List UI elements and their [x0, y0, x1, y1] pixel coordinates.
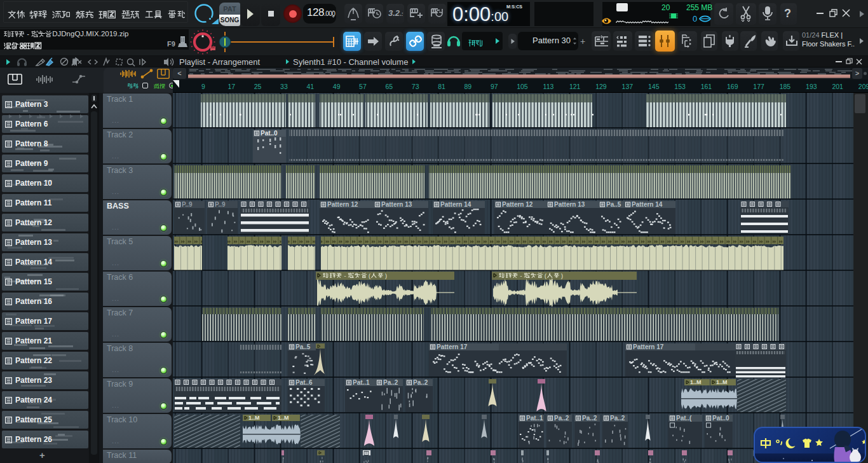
svg-text:1..M: 1..M — [690, 379, 702, 385]
svg-text:Pa..2: Pa..2 — [383, 379, 398, 386]
svg-text:73: 73 — [412, 83, 419, 90]
svg-text:P..9: P..9 — [182, 201, 193, 208]
svg-text:Pa..2: Pa..2 — [554, 415, 569, 422]
svg-text:Pa..5: Pa..5 — [295, 343, 311, 350]
svg-text:17: 17 — [227, 83, 235, 90]
svg-text:-: - — [520, 273, 522, 279]
svg-text:(: ( — [369, 273, 370, 279]
svg-text:33: 33 — [280, 83, 288, 90]
svg-text:137: 137 — [622, 83, 634, 90]
svg-text:): ) — [385, 273, 387, 279]
svg-text:Pattern 17: Pattern 17 — [437, 343, 468, 350]
svg-text:Pat..0: Pat..0 — [712, 415, 729, 422]
svg-text:Pa..2: Pa..2 — [582, 415, 597, 422]
svg-text:1..M: 1..M — [278, 415, 289, 421]
svg-text:Pat..1: Pat..1 — [526, 415, 543, 422]
svg-text:Pat..1: Pat..1 — [353, 379, 370, 386]
svg-text:41: 41 — [306, 83, 314, 90]
svg-text:209: 209 — [858, 83, 868, 90]
svg-text:Pattern 14: Pattern 14 — [440, 201, 471, 208]
svg-text:113: 113 — [543, 83, 554, 90]
svg-text:Pa..2: Pa..2 — [610, 415, 625, 422]
svg-text:Pattern 12: Pattern 12 — [502, 201, 533, 208]
svg-text:(: ( — [545, 273, 546, 279]
svg-text:Pa..5: Pa..5 — [606, 201, 621, 208]
svg-text:89: 89 — [465, 83, 472, 90]
svg-text:Pattern 17: Pattern 17 — [633, 343, 664, 350]
svg-text:Pattern 13: Pattern 13 — [381, 201, 412, 208]
svg-text:57: 57 — [359, 83, 367, 90]
svg-text:Pa..2: Pa..2 — [413, 379, 428, 386]
svg-text:97: 97 — [491, 83, 498, 90]
svg-text:161: 161 — [701, 83, 712, 90]
svg-text:169: 169 — [727, 83, 738, 90]
svg-text:81: 81 — [438, 83, 445, 90]
svg-text:121: 121 — [569, 83, 581, 90]
svg-text:25: 25 — [254, 83, 262, 90]
svg-text:-: - — [344, 273, 346, 279]
svg-text:145: 145 — [648, 83, 660, 90]
svg-text:Pat..0: Pat..0 — [261, 130, 278, 137]
svg-text:177: 177 — [753, 83, 764, 90]
svg-text:9: 9 — [201, 83, 205, 90]
svg-text:): ) — [561, 273, 563, 279]
svg-text:49: 49 — [333, 83, 341, 90]
svg-text:1..M: 1..M — [248, 415, 260, 421]
svg-text:Pattern 14: Pattern 14 — [632, 201, 663, 208]
svg-text:1..M: 1..M — [716, 379, 728, 385]
svg-text:65: 65 — [386, 83, 393, 90]
svg-text:Pat..6: Pat..6 — [295, 379, 313, 386]
svg-text:Pattern 13: Pattern 13 — [554, 201, 585, 208]
svg-text:Pattern 12: Pattern 12 — [327, 201, 358, 208]
svg-text:193: 193 — [806, 83, 817, 90]
svg-text:P..9: P..9 — [215, 201, 226, 208]
svg-text:201: 201 — [832, 83, 843, 90]
svg-text:129: 129 — [595, 83, 607, 90]
svg-text:Pat..(: Pat..( — [676, 415, 692, 422]
svg-text:153: 153 — [674, 83, 686, 90]
svg-text:105: 105 — [517, 83, 528, 90]
svg-text:185: 185 — [780, 83, 791, 90]
